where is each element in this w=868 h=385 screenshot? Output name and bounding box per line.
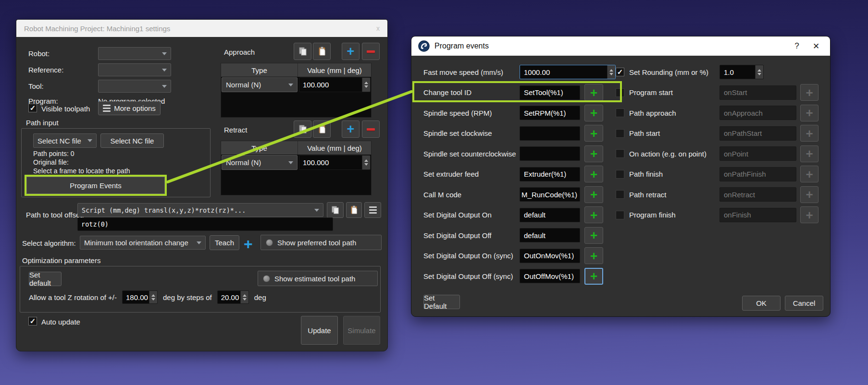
spinner[interactable] [240,291,248,303]
event-checkbox[interactable]: ✓ [616,129,624,138]
event-name-input[interactable]: onPathStart [719,126,796,141]
event-command-input[interactable]: default [520,228,580,242]
spinner[interactable] [362,156,370,169]
event-checkbox[interactable]: ✓ [616,211,624,219]
add-event-button[interactable]: + [800,166,818,182]
retract-type-dropdown[interactable]: Normal (N) [222,155,298,170]
nc-file-dropdown[interactable]: Select NC file [33,133,97,148]
offset-menu-button[interactable] [364,202,381,218]
event-command-input[interactable]: OutOffMov(%1) [520,269,580,283]
steps-input[interactable]: 20.00 [217,290,249,304]
add-event-button[interactable]: + [800,186,818,203]
event-command-input[interactable] [520,126,580,141]
event-name-input[interactable]: onStart [719,85,796,100]
event-checkbox[interactable]: ✓ [616,88,624,97]
spinner[interactable] [149,291,157,303]
add-event-button[interactable]: + [584,166,603,182]
approach-remove-button[interactable] [362,43,380,60]
spinner[interactable] [755,65,763,79]
event-label: Program finish [629,211,719,219]
offset-script-dropdown[interactable]: Script (mm,deg) transl(x,y,z)*rotz(rz)*.… [77,203,323,217]
plus-icon: + [590,168,597,180]
add-event-button[interactable]: + [800,125,818,142]
event-name-input[interactable]: onPathFinish [719,167,796,181]
chevron-down-icon [288,161,293,164]
simulate-button[interactable]: Simulate [343,316,380,345]
offset-value-input[interactable]: rotz(0) [77,217,333,231]
event-label: Set extruder feed [423,170,520,178]
event-row: Change tool ID SetTool(%1) + [411,83,623,103]
robot-dropdown[interactable] [98,47,171,60]
spinner[interactable] [362,78,370,92]
help-button[interactable]: ? [790,41,804,51]
visible-toolpath-checkbox[interactable]: ✓ [28,104,37,112]
event-command-input[interactable]: 1000.00 [520,65,616,79]
offset-copy-button[interactable] [327,202,344,218]
add-teach-button[interactable]: + [244,236,253,252]
approach-copy-button[interactable] [294,43,311,60]
close-icon[interactable]: ✕ [809,41,823,51]
add-event-button[interactable]: + [584,105,603,121]
add-event-button[interactable]: + [584,206,603,223]
retract-add-button[interactable]: + [342,120,360,138]
add-event-button[interactable]: + [584,268,603,285]
event-name-input[interactable]: onApproach [719,106,796,120]
ok-button[interactable]: OK [742,296,781,311]
add-event-button[interactable]: + [584,125,603,142]
retract-value-input[interactable]: 100.000 [299,155,371,170]
approach-add-button[interactable]: + [342,43,360,60]
event-checkbox[interactable]: ✓ [616,149,624,158]
event-name-input[interactable]: onFinish [719,208,796,222]
event-command-input[interactable] [520,146,580,161]
add-event-button[interactable]: + [584,145,603,162]
event-command-input[interactable]: Extruder(%1) [520,167,580,181]
event-checkbox[interactable]: ✓ [616,170,624,179]
retract-paste-button[interactable] [313,120,331,138]
approach-type-dropdown[interactable]: Normal (N) [222,77,298,92]
update-button[interactable]: Update [301,316,338,345]
select-nc-file-button[interactable]: Select NC file [100,133,164,148]
event-command-input[interactable]: SetTool(%1) [520,85,580,100]
events-titlebar[interactable]: Program events ? ✕ [411,36,830,56]
set-default-button[interactable]: Set Default [423,295,460,309]
event-row: Call M code M_RunCode(%1) + [411,184,623,205]
auto-update-checkbox[interactable]: ✓ [28,317,37,325]
event-checkbox[interactable]: ✓ [616,108,624,117]
approach-value-input[interactable]: 100.000 [299,77,371,92]
event-name-input[interactable]: 1.0 [719,65,764,79]
add-event-button[interactable]: + [800,206,818,223]
event-command-input[interactable]: M_RunCode(%1) [520,187,580,202]
event-name-input[interactable]: onRetract [719,187,796,202]
add-event-button[interactable]: + [584,84,603,101]
add-event-button[interactable]: + [584,247,603,264]
machining-titlebar[interactable]: Robot Machining Project: Machining1 sett… [16,20,387,37]
add-event-button[interactable]: + [800,145,818,162]
offset-paste-button[interactable] [346,202,362,218]
event-command-input[interactable]: SetRPM(%1) [520,106,580,120]
add-event-button[interactable]: + [800,105,818,121]
spinner[interactable] [607,65,615,79]
algorithm-dropdown[interactable]: Minimum tool orientation change [80,236,206,250]
close-icon[interactable]: x [376,24,380,32]
retract-remove-button[interactable] [362,120,380,138]
reference-dropdown[interactable] [98,63,171,76]
event-command-input[interactable]: OutOnMov(%1) [520,249,580,263]
teach-button[interactable]: Teach [210,235,239,250]
more-options-button[interactable]: More options [98,101,161,115]
show-preferred-radio[interactable]: Show preferred tool path [260,235,382,250]
add-event-button[interactable]: + [584,227,603,244]
approach-paste-button[interactable] [313,43,331,60]
retract-copy-button[interactable] [294,120,311,138]
tool-dropdown[interactable] [98,80,171,93]
event-checkbox[interactable]: ✓ [616,68,624,76]
show-estimated-radio[interactable]: Show estimated tool path [258,271,378,286]
add-event-button[interactable]: + [800,84,818,101]
rotation-input[interactable]: 180.00 [122,290,158,304]
set-default-button[interactable]: Set default [29,272,62,286]
event-name-input[interactable]: onPoint [719,146,796,161]
add-event-button[interactable]: + [584,186,603,203]
event-command-input[interactable]: default [520,208,580,222]
event-checkbox[interactable]: ✓ [616,190,624,199]
cancel-button[interactable]: Cancel [785,296,823,311]
program-events-button[interactable]: Program Events [26,177,165,194]
